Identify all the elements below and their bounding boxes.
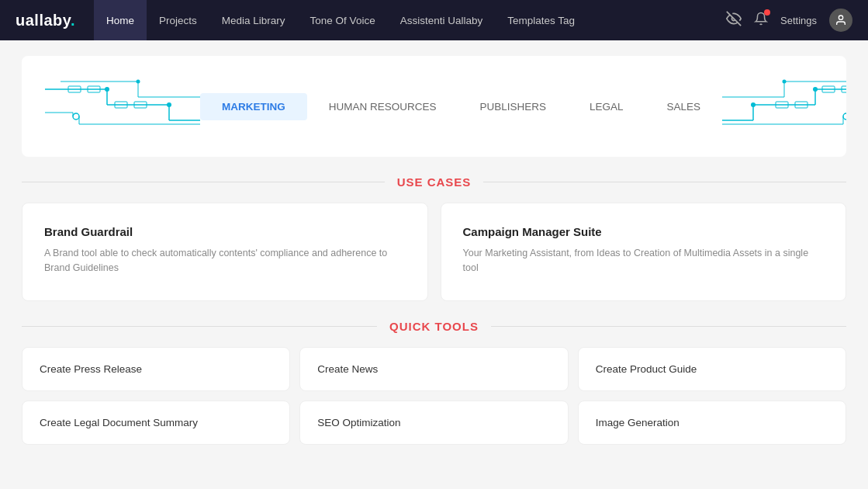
quick-tools-line-left [22,326,377,327]
category-tabs: MARKETING HUMAN RESOURCES PUBLISHERS LEG… [200,93,722,120]
tool-create-news[interactable]: Create News [299,347,568,391]
category-banner: MARKETING HUMAN RESOURCES PUBLISHERS LEG… [22,56,846,157]
svg-point-1 [839,16,842,19]
svg-point-32 [783,80,787,84]
svg-point-10 [105,87,109,92]
circuit-right-decoration [722,74,846,139]
quick-tools-title: QUICK TOOLS [389,320,479,333]
quick-tools-grid: Create Press Release Create News Create … [22,347,846,445]
svg-point-12 [137,80,140,84]
svg-point-37 [843,113,846,120]
cat-tab-marketing[interactable]: MARKETING [200,93,307,120]
nav-item-projects[interactable]: Projects [147,0,209,40]
svg-point-30 [813,87,818,92]
tool-seo-optimization[interactable]: SEO Optimization [299,401,568,445]
logo[interactable]: uallaby. [16,12,75,29]
cat-tab-sales[interactable]: SALES [645,93,723,120]
use-case-campaign-manager[interactable]: Campaign Manager Suite Your Marketing As… [441,203,847,301]
use-case-title-0: Brand Guardrail [44,225,406,238]
cat-tab-legal[interactable]: LEGAL [568,93,645,120]
section-line-right [483,182,846,182]
use-case-desc-0: A Brand tool able to check automatically… [44,246,406,276]
notification-badge [764,9,770,16]
section-line-left [22,182,385,182]
tool-create-legal-document[interactable]: Create Legal Document Summary [22,401,290,445]
circuit-left-decoration [45,74,200,139]
quick-tools-line-right [491,326,846,327]
svg-point-31 [751,102,756,107]
use-case-desc-1: Your Marketing Assistant, from Ideas to … [463,246,825,276]
tool-image-generation[interactable]: Image Generation [578,401,846,445]
cat-tab-publishers[interactable]: PUBLISHERS [458,93,569,120]
cat-tab-hr[interactable]: HUMAN RESOURCES [307,93,458,120]
nav-item-media-library[interactable]: Media Library [209,0,298,40]
use-case-brand-guardrail[interactable]: Brand Guardrail A Brand tool able to che… [22,203,428,301]
nav-links: Home Projects Media Library Tone Of Voic… [94,0,720,40]
settings-button[interactable]: Settings [780,15,817,26]
svg-point-17 [73,113,79,120]
svg-point-11 [167,102,171,107]
navbar: uallaby. Home Projects Media Library Ton… [0,0,868,40]
tool-create-product-guide[interactable]: Create Product Guide [578,347,846,391]
nav-right: Settings [726,9,852,32]
nav-item-home[interactable]: Home [94,0,147,40]
bell-icon[interactable] [754,12,768,29]
use-cases-header: USE CASES [22,175,846,189]
use-cases-grid: Brand Guardrail A Brand tool able to che… [22,203,846,301]
use-case-title-1: Campaign Manager Suite [463,225,825,238]
eye-icon[interactable] [726,11,742,30]
nav-item-assistenti[interactable]: Assistenti Uallaby [388,0,496,40]
tool-create-press-release[interactable]: Create Press Release [22,347,290,391]
use-cases-title: USE CASES [397,175,472,189]
avatar[interactable] [829,9,852,32]
nav-item-templates-tag[interactable]: Templates Tag [495,0,587,40]
quick-tools-header: QUICK TOOLS [22,320,846,333]
nav-item-tone-of-voice[interactable]: Tone Of Voice [298,0,388,40]
main-content: MARKETING HUMAN RESOURCES PUBLISHERS LEG… [0,40,868,460]
